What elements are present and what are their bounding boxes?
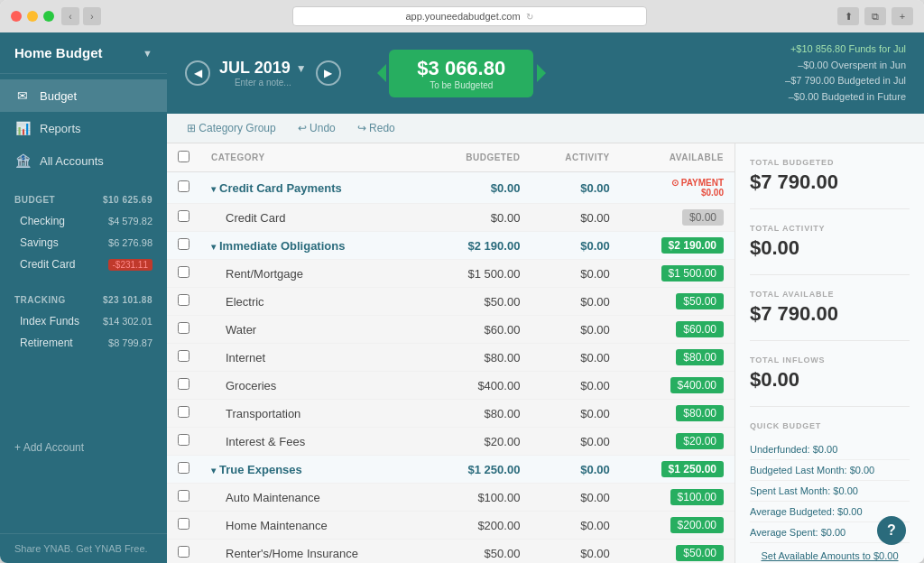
undo-button[interactable]: ↩ Undo: [292, 119, 341, 137]
prev-month-button[interactable]: ◀: [185, 60, 210, 86]
group-row[interactable]: ▾Credit Card Payments$0.00$0.00⊙ PAYMENT…: [167, 172, 735, 204]
row-checkbox[interactable]: [178, 350, 189, 362]
back-button[interactable]: ‹: [61, 7, 79, 25]
month-dropdown-icon[interactable]: ▼: [296, 62, 307, 75]
total-inflows-label: TOTAL INFLOWS: [750, 355, 910, 365]
budget-amount-box: $3 066.80 To be Budgeted: [389, 50, 533, 97]
group-row[interactable]: ▾True Expenses$1 250.00$0.00$1 250.00: [167, 456, 735, 484]
account-savings[interactable]: Savings $6 276.98: [0, 232, 167, 254]
row-cb[interactable]: [167, 260, 200, 288]
total-activity-label: TOTAL ACTIVITY: [750, 224, 910, 233]
toolbar: ⊞ Category Group ↩ Undo ↪ Redo: [167, 114, 924, 143]
table-row[interactable]: Transportation$80.00$0.00$80.00: [167, 400, 735, 428]
tracking-section-header: TRACKING $23 101.88: [0, 290, 167, 310]
available-amount: $50.00: [676, 293, 724, 309]
total-inflows-value: $0.00: [750, 368, 910, 392]
group-activity: $0.00: [531, 232, 620, 260]
group-checkbox[interactable]: [178, 462, 189, 474]
row-checkbox[interactable]: [178, 210, 189, 222]
sidebar-item-all-accounts[interactable]: 🏦 All Accounts: [0, 144, 167, 177]
app-name-dropdown-icon[interactable]: ▼: [143, 48, 152, 59]
account-credit-card[interactable]: Credit Card -$231.11: [0, 254, 167, 275]
row-cb[interactable]: [167, 428, 200, 456]
row-activity: $0.00: [531, 316, 620, 344]
group-cb[interactable]: [167, 232, 200, 260]
quick-budget-item[interactable]: Budgeted Last Month: $0.00: [750, 460, 910, 481]
group-checkbox[interactable]: [178, 238, 189, 250]
row-cb[interactable]: [167, 372, 200, 400]
table-row[interactable]: Internet$80.00$0.00$80.00: [167, 344, 735, 372]
row-name: Interest & Fees: [200, 428, 429, 456]
table-row[interactable]: Water$60.00$0.00$60.00: [167, 316, 735, 344]
row-checkbox[interactable]: [178, 378, 189, 390]
fullscreen-button[interactable]: [43, 11, 54, 22]
available-amount: $200.00: [670, 517, 724, 533]
category-group-button[interactable]: ⊞ Category Group: [181, 119, 282, 137]
row-cb[interactable]: [167, 344, 200, 372]
budget-icon: ✉: [14, 88, 31, 103]
refresh-icon[interactable]: ↻: [526, 12, 533, 22]
forward-button[interactable]: ›: [83, 7, 101, 25]
row-activity: $0.00: [531, 400, 620, 428]
total-available-value: $7 790.00: [750, 302, 910, 326]
row-cb[interactable]: [167, 484, 200, 512]
add-account-button[interactable]: + Add Account: [0, 434, 167, 461]
quick-budget-item[interactable]: Underfunded: $0.00: [750, 439, 910, 460]
row-checkbox[interactable]: [178, 518, 189, 530]
table-row[interactable]: Interest & Fees$20.00$0.00$20.00: [167, 428, 735, 456]
table-row[interactable]: Rent/Mortgage$1 500.00$0.00$1 500.00: [167, 260, 735, 288]
row-budgeted: $80.00: [429, 344, 531, 372]
budget-section-label: BUDGET: [14, 195, 55, 205]
table-row[interactable]: Home Maintenance$200.00$0.00$200.00: [167, 512, 735, 540]
row-checkbox[interactable]: [178, 294, 189, 306]
group-cb[interactable]: [167, 456, 200, 484]
group-cb[interactable]: [167, 172, 200, 204]
row-cb[interactable]: [167, 316, 200, 344]
url-bar[interactable]: app.youneedabudget.com ↻: [292, 6, 647, 26]
month-nav: ◀ JUL 2019 ▼ Enter a note... ▶: [185, 59, 341, 88]
row-checkbox[interactable]: [178, 490, 189, 502]
row-budgeted: $50.00: [429, 540, 531, 563]
table-row[interactable]: Electric$50.00$0.00$50.00: [167, 288, 735, 316]
table-row[interactable]: Credit Card$0.00$0.00$0.00: [167, 204, 735, 232]
month-note[interactable]: Enter a note...: [219, 78, 307, 88]
account-checking[interactable]: Checking $4 579.82: [0, 210, 167, 232]
select-all-checkbox[interactable]: [178, 151, 189, 162]
row-activity: $0.00: [531, 428, 620, 456]
row-checkbox[interactable]: [178, 546, 189, 558]
row-checkbox[interactable]: [178, 322, 189, 334]
row-checkbox[interactable]: [178, 406, 189, 418]
sidebar-item-reports[interactable]: 📊 Reports: [0, 112, 167, 144]
reports-icon: 📊: [14, 121, 31, 135]
set-available-button[interactable]: Set Available Amounts to $0.00: [750, 543, 910, 563]
help-button[interactable]: ?: [877, 516, 906, 545]
row-checkbox[interactable]: [178, 266, 189, 278]
budget-amount-label: To be Budgeted: [407, 80, 515, 90]
retirement-balance: $8 799.87: [108, 337, 152, 348]
row-cb[interactable]: [167, 204, 200, 232]
quick-budget-item[interactable]: Spent Last Month: $0.00: [750, 481, 910, 502]
row-cb[interactable]: [167, 288, 200, 316]
new-tab-button[interactable]: +: [892, 7, 913, 25]
group-checkbox[interactable]: [178, 180, 189, 192]
table-row[interactable]: Groceries$400.00$0.00$400.00: [167, 372, 735, 400]
tabs-button[interactable]: ⧉: [864, 7, 886, 25]
table-row[interactable]: Renter's/Home Insurance$50.00$0.00$50.00: [167, 540, 735, 563]
row-checkbox[interactable]: [178, 434, 189, 446]
redo-button[interactable]: ↪ Redo: [352, 119, 401, 137]
row-name: Internet: [200, 344, 429, 372]
row-cb[interactable]: [167, 512, 200, 540]
index-funds-balance: $14 302.01: [103, 316, 152, 327]
row-available: $50.00: [621, 288, 735, 316]
sidebar-item-budget[interactable]: ✉ Budget: [0, 79, 167, 112]
row-cb[interactable]: [167, 400, 200, 428]
row-cb[interactable]: [167, 540, 200, 563]
account-retirement[interactable]: Retirement $8 799.87: [0, 332, 167, 354]
account-index-funds[interactable]: Index Funds $14 302.01: [0, 310, 167, 332]
share-button[interactable]: ⬆: [837, 7, 859, 25]
next-month-button[interactable]: ▶: [316, 60, 341, 86]
close-button[interactable]: [11, 11, 22, 22]
group-row[interactable]: ▾Immediate Obligations$2 190.00$0.00$2 1…: [167, 232, 735, 260]
minimize-button[interactable]: [27, 11, 38, 22]
table-row[interactable]: Auto Maintenance$100.00$0.00$100.00: [167, 484, 735, 512]
